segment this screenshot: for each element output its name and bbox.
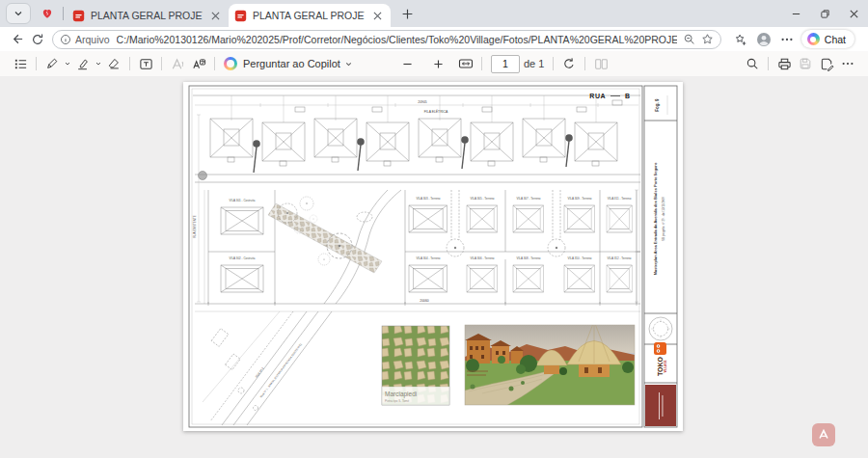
browser-menu-button[interactable] xyxy=(776,29,798,50)
pinned-tab[interactable] xyxy=(35,2,60,25)
url-field[interactable]: Arquivo C:/Mario%20130126/Mario%202025/P… xyxy=(52,30,721,49)
highlight-options-button[interactable] xyxy=(94,54,103,73)
tab-title: PLANTA GERAL PROJETO.pdf xyxy=(253,10,365,21)
sheet-number-label: Fog. 9 xyxy=(655,98,660,112)
restore-icon xyxy=(820,9,830,19)
pavement-caption-title: Marciapiedi xyxy=(385,391,417,398)
plot-grid: VILA 301 - Costruita VILA 302 - Costruit… xyxy=(208,190,640,304)
ask-copilot-button[interactable]: Perguntar ao Copilot xyxy=(224,57,353,70)
translate-icon xyxy=(192,57,206,71)
translate-button[interactable] xyxy=(189,54,208,73)
tab-search-button[interactable] xyxy=(6,3,31,24)
draw-options-button[interactable] xyxy=(63,54,72,73)
collections-button[interactable] xyxy=(730,29,751,50)
top-dimension-label: 20905 xyxy=(418,100,427,104)
contents-button[interactable] xyxy=(11,54,30,73)
stamp-seal xyxy=(649,317,672,340)
tab-2-active[interactable]: PLANTA GERAL PROJETO.pdf xyxy=(229,4,391,27)
back-button[interactable] xyxy=(6,29,27,50)
park-area xyxy=(268,190,401,304)
fit-to-width-button[interactable] xyxy=(456,54,475,73)
more-dots-icon xyxy=(780,33,794,46)
tab-1[interactable]: PLANTA GERAL PROJETO.pdf xyxy=(67,4,229,27)
plot-label: VILA 309 - Terreno xyxy=(568,197,592,201)
site-plan-drawing: RUA B 20905 FILA ELÉTRICA xyxy=(183,82,683,431)
address-bar: Arquivo C:/Mario%20130126/Mario%202025/P… xyxy=(0,27,868,52)
toolbar-separator xyxy=(584,57,585,70)
plus-icon xyxy=(432,58,445,70)
table-of-contents-icon xyxy=(14,57,28,71)
page-number-input[interactable] xyxy=(491,55,520,73)
plot-label: VILA 306 - Terreno xyxy=(471,256,495,260)
reload-button[interactable] xyxy=(27,29,48,50)
zoom-in-button[interactable] xyxy=(429,54,448,73)
top-house-row xyxy=(199,95,618,180)
toolbar-separator xyxy=(214,57,215,70)
erase-button[interactable] xyxy=(104,54,123,73)
zoom-out-button[interactable] xyxy=(398,54,418,73)
search-document-button[interactable] xyxy=(743,54,762,73)
pdf-more-button[interactable] xyxy=(838,54,857,73)
internal-road xyxy=(195,175,640,182)
search-icon xyxy=(746,57,759,70)
profile-button[interactable] xyxy=(753,29,774,50)
rotate-button[interactable] xyxy=(559,54,579,73)
close-icon xyxy=(373,12,382,20)
street-block-label: B xyxy=(625,93,631,99)
plot-label: VILA 307 - Terreno xyxy=(517,197,541,201)
plot-label: VILA 305 - Terreno xyxy=(471,197,495,201)
minimize-button[interactable] xyxy=(781,0,810,27)
printer-icon xyxy=(777,57,792,71)
window-controls xyxy=(781,0,868,27)
pdf-file-icon xyxy=(234,10,247,22)
close-icon xyxy=(849,9,859,19)
favorites-button[interactable] xyxy=(701,33,714,45)
zoom-level-button[interactable] xyxy=(683,33,695,45)
toolbar-separator xyxy=(481,57,482,70)
save-icon xyxy=(799,57,812,70)
page-count-label: de 1 xyxy=(524,58,544,69)
more-dots-icon xyxy=(841,57,854,70)
new-tab-button[interactable] xyxy=(396,3,418,24)
tab-close-button[interactable] xyxy=(370,9,385,23)
close-icon xyxy=(211,12,220,20)
save-button xyxy=(796,54,815,73)
brand-red-block xyxy=(645,385,676,426)
eraser-icon xyxy=(107,57,121,70)
pdf-file-icon xyxy=(72,10,85,22)
plot-label: VILA 301 - Costruita xyxy=(230,199,256,202)
right-dimension-line xyxy=(635,190,638,302)
close-window-button[interactable] xyxy=(839,0,868,27)
open-in-acrobat-button[interactable] xyxy=(812,423,835,446)
two-pages-icon xyxy=(594,57,609,71)
save-as-button[interactable] xyxy=(817,54,836,73)
logo-name: TOKO xyxy=(657,356,664,376)
page-view-button xyxy=(591,54,610,73)
copilot-icon xyxy=(224,57,237,70)
file-scheme-label: Arquivo xyxy=(75,34,110,45)
plot-label: VILA 302 - Costruita xyxy=(230,256,256,260)
star-icon xyxy=(701,33,714,45)
highlight-button[interactable] xyxy=(73,54,93,73)
add-text-button[interactable] xyxy=(136,54,155,73)
ask-copilot-label: Perguntar ao Copilot xyxy=(243,58,340,69)
copilot-chat-button[interactable]: Chat xyxy=(801,30,854,48)
pdf-viewer[interactable]: RUA B 20905 FILA ELÉTRICA xyxy=(0,76,868,458)
tab-close-button[interactable] xyxy=(208,9,223,23)
plot-label: VILA 310 - Terreno xyxy=(568,256,592,260)
tab-title: PLANTA GERAL PROJETO.pdf xyxy=(91,10,203,21)
restore-button[interactable] xyxy=(810,0,839,27)
left-street-label: RUA EXISTENTE xyxy=(193,215,197,238)
toolbar-separator xyxy=(768,57,769,70)
highlighter-icon xyxy=(76,57,90,70)
draw-button[interactable] xyxy=(42,54,62,73)
toolbar-right-group xyxy=(742,54,858,73)
diagonal-road-label: RUA Nº 1 - BRASIL (ESTRADA ASFALTADA ESI… xyxy=(259,342,303,398)
plot-label: VILA 311 - Terreno xyxy=(608,197,632,201)
print-button[interactable] xyxy=(774,54,794,73)
read-aloud-button xyxy=(168,54,187,73)
toolbar-separator xyxy=(553,57,554,70)
read-aloud-icon xyxy=(171,57,185,71)
heart-icon xyxy=(41,7,54,20)
chevron-down-icon xyxy=(344,60,353,68)
